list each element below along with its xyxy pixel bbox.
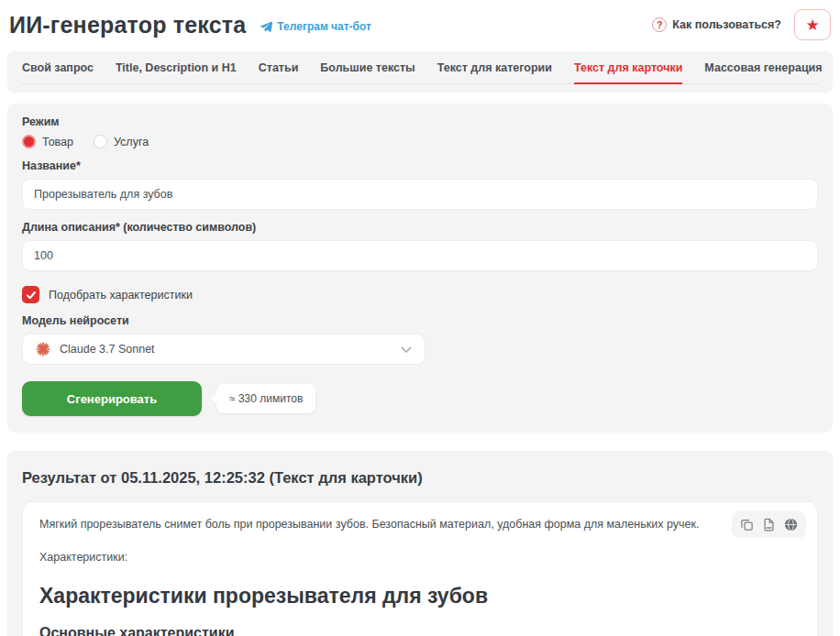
limits-badge: ≈ 330 лимитов [216, 384, 315, 413]
help-link[interactable]: ? Как пользоваться? [652, 17, 781, 32]
tab-custom-request[interactable]: Свой запрос [22, 61, 94, 84]
result-card: Мягкий прорезыватель снимет боль при про… [22, 501, 818, 636]
help-link-label: Как пользоваться? [672, 18, 781, 31]
name-label: Название* [22, 159, 818, 172]
name-input[interactable] [22, 179, 818, 210]
model-label: Модель нейросети [22, 314, 818, 327]
result-panel: Результат от 05.11.2025, 12:25:32 (Текст… [7, 451, 833, 636]
telegram-link-label: Телеграм чат-бот [277, 20, 371, 33]
tab-mass-generation[interactable]: Массовая генерация [704, 61, 822, 84]
mode-label: Режим [22, 115, 818, 128]
page-title: ИИ-генератор текста [9, 12, 246, 38]
telegram-plane-icon [260, 21, 272, 33]
header: ИИ-генератор текста Телеграм чат-бот ? К… [7, 7, 833, 40]
globe-icon[interactable] [784, 518, 798, 532]
generate-button[interactable]: Сгенерировать [22, 381, 202, 416]
tab-title-description-h1[interactable]: Title, Description и H1 [116, 61, 237, 84]
result-intro-text: Мягкий прорезыватель снимет боль при про… [39, 517, 801, 533]
telegram-link[interactable]: Телеграм чат-бот [260, 20, 371, 33]
result-heading: Результат от 05.11.2025, 12:25:32 (Текст… [22, 469, 818, 487]
radio-service-label: Услуга [114, 136, 149, 148]
question-circle-icon: ? [652, 17, 667, 32]
copy-icon[interactable] [740, 518, 754, 532]
chevron-down-icon [401, 341, 412, 357]
result-subtitle: Характеристики: [39, 551, 801, 564]
tabs-row: Свой запрос Title, Description и H1 Стат… [22, 61, 818, 84]
tab-category-text[interactable]: Текст для категории [437, 61, 552, 84]
tabbar: Свой запрос Title, Description и H1 Стат… [7, 51, 833, 93]
tab-articles[interactable]: Статьи [259, 61, 299, 84]
result-h2: Характеристики прорезывателя для зубов [39, 584, 801, 609]
radio-checked-icon [22, 135, 36, 148]
mode-radio-group: Товар Услуга [22, 135, 818, 148]
model-select[interactable]: Claude 3.7 Sonnet [22, 334, 426, 365]
generator-form: Режим Товар Услуга Название* Длина описа… [7, 104, 833, 433]
checkmark-icon [26, 290, 37, 301]
radio-option-service[interactable]: Услуга [94, 135, 149, 148]
page: ИИ-генератор текста Телеграм чат-бот ? К… [0, 0, 840, 636]
result-toolbar [732, 511, 806, 538]
star-icon: ★ [805, 17, 819, 33]
length-input[interactable] [22, 240, 818, 271]
radio-product-label: Товар [42, 136, 73, 148]
doc-file-icon[interactable] [762, 518, 776, 532]
tab-card-text[interactable]: Текст для карточки [574, 61, 682, 84]
characteristics-checkbox[interactable] [22, 286, 39, 303]
model-select-value: Claude 3.7 Sonnet [60, 343, 155, 356]
characteristics-check-row: Подобрать характеристики [22, 286, 818, 303]
claude-starburst-icon [36, 342, 50, 356]
favorites-button[interactable]: ★ [794, 9, 831, 40]
radio-option-product[interactable]: Товар [22, 135, 73, 148]
actions-row: Сгенерировать ≈ 330 лимитов [22, 381, 818, 416]
length-label: Длина описания* (количество символов) [22, 221, 818, 234]
tab-long-texts[interactable]: Большие тексты [320, 61, 414, 84]
radio-unchecked-icon [94, 135, 107, 148]
result-h3: Основные характеристики [39, 625, 801, 636]
characteristics-checkbox-label: Подобрать характеристики [49, 289, 193, 302]
